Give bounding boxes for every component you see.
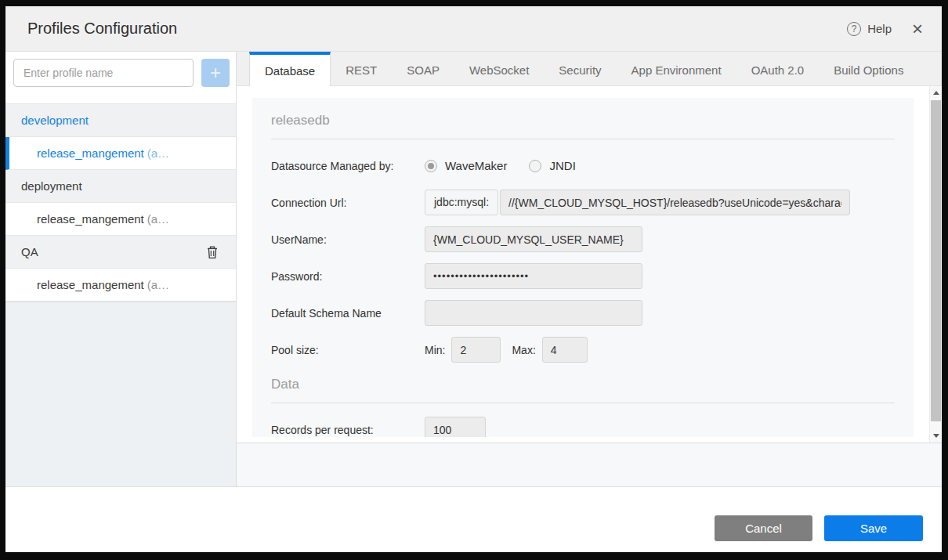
section-title-releasedb: releasedb: [271, 98, 895, 128]
section-divider: [271, 403, 895, 403]
profile-child-suffix: (a…: [147, 278, 169, 291]
scrollbar-thumb[interactable]: [931, 100, 941, 421]
tab-database[interactable]: Database: [249, 52, 331, 86]
username-label: UserName:: [271, 233, 425, 246]
radio-jndi-label: JNDI: [549, 159, 575, 172]
tab-websocket[interactable]: WebSocket: [454, 52, 544, 85]
password-label: Password:: [271, 270, 425, 283]
content-column: Database REST SOAP WebSocket Security Ap…: [237, 52, 942, 486]
cancel-button[interactable]: Cancel: [715, 515, 812, 541]
profile-child-suffix: (a…: [147, 146, 169, 160]
tabs-bar: Database REST SOAP WebSocket Security Ap…: [237, 52, 942, 86]
jdbc-prefix: jdbc:mysql:: [425, 190, 498, 215]
datasource-label: Datasource Managed by:: [271, 160, 425, 172]
password-input[interactable]: [425, 263, 642, 289]
tab-security[interactable]: Security: [544, 52, 616, 85]
schema-label: Default Schema Name: [271, 307, 425, 320]
save-button[interactable]: Save: [824, 515, 923, 541]
radio-wavemaker[interactable]: [425, 160, 437, 172]
username-input[interactable]: [425, 226, 642, 252]
help-button[interactable]: ? Help: [847, 22, 892, 36]
section-title-data: Data: [271, 374, 895, 392]
schema-row: Default Schema Name: [271, 300, 895, 326]
sidebar-item-development[interactable]: development: [5, 104, 236, 137]
sidebar-item-qa[interactable]: QA: [5, 236, 236, 269]
database-form-panel: releasedb Datasource Managed by: WaveMak…: [252, 98, 914, 437]
delete-profile-icon[interactable]: [206, 245, 219, 262]
dialog-body: + development release_mangement (a… depl…: [5, 52, 942, 486]
tab-build-options[interactable]: Build Options: [819, 52, 918, 85]
profile-child-label: release_mangement: [37, 146, 144, 160]
help-icon: ?: [847, 22, 861, 36]
profiles-sidebar: + development release_mangement (a… depl…: [5, 52, 237, 486]
profile-group-label: development: [21, 114, 89, 127]
help-label: Help: [867, 22, 892, 35]
profile-child-suffix: (a…: [147, 212, 169, 226]
sidebar-item-deployment[interactable]: deployment: [5, 170, 236, 203]
pool-max-label: Max:: [512, 344, 535, 356]
profile-search-row: +: [5, 52, 236, 94]
scrollbar[interactable]: [929, 86, 941, 443]
profile-child-label: release_mangement: [37, 212, 144, 226]
tab-rest[interactable]: REST: [331, 52, 392, 85]
connection-url-input[interactable]: [500, 190, 850, 215]
sidebar-item-release-mangement-qa[interactable]: release_mangement (a…: [5, 269, 236, 302]
records-per-request-row: Records per request:: [271, 417, 895, 437]
section-divider: [271, 139, 895, 139]
datasource-radio-group: WaveMaker JNDI: [425, 159, 590, 172]
password-row: Password:: [271, 263, 895, 289]
pool-min-label: Min:: [425, 344, 445, 356]
schema-input[interactable]: [425, 300, 642, 326]
pool-size-row: Pool size: Min: Max:: [271, 337, 895, 363]
tab-oauth[interactable]: OAuth 2.0: [736, 52, 820, 85]
records-label: Records per request:: [271, 424, 425, 436]
radio-wavemaker-label: WaveMaker: [445, 159, 507, 172]
sidebar-empty-area: [5, 302, 236, 486]
sidebar-item-release-mangement-dev[interactable]: release_mangement (a…: [5, 137, 236, 170]
dialog-header: Profiles Configuration ? Help ×: [5, 6, 942, 52]
page-title: Profiles Configuration: [27, 20, 177, 38]
pool-size-label: Pool size:: [271, 344, 425, 356]
profile-group-label: QA: [21, 245, 38, 258]
profile-child-label: release_mangement: [37, 278, 144, 291]
database-tab-pane: releasedb Datasource Managed by: WaveMak…: [237, 86, 942, 443]
profile-list: development release_mangement (a… deploy…: [5, 103, 236, 302]
add-profile-button[interactable]: +: [201, 59, 230, 87]
pool-min-input[interactable]: [451, 337, 501, 363]
tab-soap[interactable]: SOAP: [392, 52, 454, 85]
profile-group-label: deployment: [21, 179, 82, 193]
profiles-configuration-dialog: Profiles Configuration ? Help × + develo…: [5, 6, 942, 552]
radio-jndi[interactable]: [529, 160, 541, 172]
datasource-row: Datasource Managed by: WaveMaker JNDI: [271, 153, 895, 179]
profile-name-input[interactable]: [13, 59, 194, 87]
tab-app-environment[interactable]: App Environment: [617, 52, 736, 85]
close-icon[interactable]: ×: [912, 21, 923, 37]
connection-url-row: Connection Url: jdbc:mysql:: [271, 190, 895, 215]
pool-max-input[interactable]: [542, 337, 588, 363]
dialog-footer: Cancel Save: [5, 486, 942, 552]
content-footer-strip: [237, 443, 942, 486]
records-input[interactable]: [425, 417, 486, 437]
scroll-down-icon[interactable]: [930, 430, 942, 443]
sidebar-item-release-mangement-deploy[interactable]: release_mangement (a…: [5, 203, 236, 236]
username-row: UserName:: [271, 226, 895, 252]
connection-url-label: Connection Url:: [271, 197, 425, 209]
scroll-up-icon[interactable]: [930, 86, 942, 99]
